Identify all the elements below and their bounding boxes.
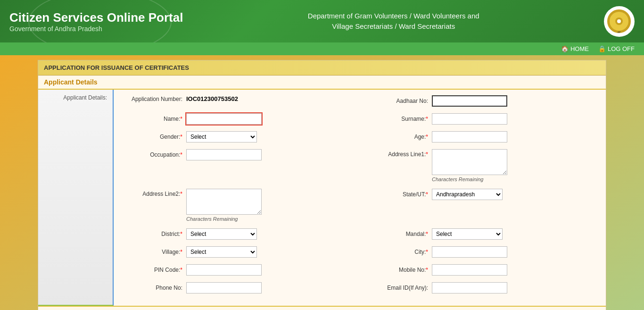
form-field-age: Age:*: [367, 131, 598, 142]
header-department: Department of Gram Volunteers / Ward Vol…: [308, 11, 479, 32]
home-link[interactable]: 🏠 HOME: [561, 45, 589, 52]
lock-icon: 🔒: [598, 45, 606, 52]
form-field-pin: PIN Code:*: [121, 264, 353, 276]
form-field-address2: Address Line2:* Characters Remaining: [121, 189, 353, 222]
surname-label: Surname:*: [367, 116, 428, 122]
logo-svg: AP: [606, 8, 632, 34]
district-label: District:*: [121, 231, 182, 237]
portal-title: Citizen Services Online Portal: [9, 10, 183, 25]
city-input[interactable]: [432, 246, 507, 258]
header-left: Citizen Services Online Portal Governmen…: [9, 10, 183, 33]
form-row-aadhaar: Aadhaar No:: [367, 95, 598, 107]
logoff-link[interactable]: 🔒 LOG OFF: [598, 45, 635, 52]
pin-input[interactable]: [186, 264, 262, 276]
col-village: Village:* Select: [121, 246, 353, 260]
aadhaar-label: Aadhaar No:: [367, 98, 428, 104]
surname-input[interactable]: [432, 113, 507, 125]
form-field-mobile: Mobile No:*: [367, 264, 598, 276]
form-row-phone: Phone No: Email ID(If Any):: [121, 282, 598, 296]
address1-container: Characters Remaining: [432, 149, 507, 182]
occupation-input[interactable]: [186, 149, 262, 160]
informant-section-header: Informant Details: [38, 306, 606, 310]
form-row-occupation: Occupation:* Address Line1:* Characters …: [121, 149, 598, 185]
applicant-sub-section: Applicant Details: Application Number: I…: [38, 90, 606, 306]
application-number-label: Application Number:: [121, 96, 182, 102]
pin-label: PIN Code:*: [121, 267, 182, 273]
name-label: Name:*: [121, 116, 182, 122]
age-input[interactable]: [432, 131, 507, 142]
col-email: Email ID(If Any):: [367, 282, 598, 296]
col-address1: Address Line1:* Characters Remaining: [367, 149, 598, 185]
form-row-pin: PIN Code:* Mobile No:*: [121, 264, 598, 278]
col-occupation: Occupation:*: [121, 149, 353, 185]
portal-subtitle: Government of Andhra Pradesh: [9, 25, 183, 33]
col-name: Name:*: [121, 113, 353, 127]
address1-textarea[interactable]: [432, 149, 507, 175]
form-row-gender: Gender:* Select Male Female Transgender …: [121, 131, 598, 145]
address2-label: Address Line2:*: [121, 189, 182, 197]
page-header: Citizen Services Online Portal Governmen…: [0, 0, 644, 42]
col-gender: Gender:* Select Male Female Transgender: [121, 131, 353, 145]
form-field-name: Name:*: [121, 113, 353, 125]
occupation-label: Occupation:*: [121, 151, 182, 158]
form-field-district: District:* Select: [121, 228, 353, 240]
logoff-label: LOG OFF: [608, 45, 635, 52]
form-field-state: State/UT:* Andhrapradesh Telangana Other: [367, 189, 598, 200]
mandal-select[interactable]: Select: [432, 228, 503, 240]
phone-label: Phone No:: [121, 285, 182, 291]
gender-label: Gender:*: [121, 134, 182, 140]
form-field-occupation: Occupation:*: [121, 149, 353, 160]
col-district: District:* Select: [121, 228, 353, 243]
village-select[interactable]: Select: [186, 246, 257, 258]
form-field-surname: Surname:*: [367, 113, 598, 125]
col-pin: PIN Code:*: [121, 264, 353, 278]
department-line2: Village Secretariats / Ward Secretariats: [308, 21, 479, 32]
address1-label: Address Line1:*: [367, 149, 428, 158]
form-row-name: Name:* Surname:*: [121, 113, 598, 127]
form-row-appnum: Application Number: IOC012300753502 Aadh…: [121, 95, 598, 109]
form-row-district: District:* Select Mandal:* Select: [121, 228, 598, 243]
applicant-form-area: Application Number: IOC012300753502 Aadh…: [114, 90, 606, 306]
home-label: HOME: [570, 45, 589, 52]
col-age: Age:*: [367, 131, 598, 145]
state-label: State/UT:*: [367, 191, 428, 198]
col-phone: Phone No:: [121, 282, 353, 296]
address2-container: Characters Remaining: [186, 189, 262, 222]
home-icon: 🏠: [561, 45, 569, 52]
phone-input[interactable]: [186, 282, 262, 293]
form-field-address1: Address Line1:* Characters Remaining: [367, 149, 598, 182]
navigation-bar: 🏠 HOME 🔒 LOG OFF: [0, 42, 644, 55]
svg-point-3: [617, 19, 621, 23]
svg-text:AP: AP: [618, 31, 621, 34]
gender-select[interactable]: Select Male Female Transgender: [186, 131, 257, 142]
name-input[interactable]: [186, 113, 262, 125]
col-appnum: Application Number: IOC012300753502: [121, 95, 353, 109]
form-field-phone: Phone No:: [121, 282, 353, 293]
address2-textarea[interactable]: [186, 189, 262, 215]
state-select[interactable]: Andhrapradesh Telangana Other: [432, 189, 503, 200]
address2-chars: Characters Remaining: [186, 216, 262, 222]
mobile-label: Mobile No:*: [367, 267, 428, 273]
form-field-email: Email ID(If Any):: [367, 282, 598, 293]
form-row-application-number: Application Number: IOC012300753502: [121, 95, 353, 102]
aadhaar-input[interactable]: [432, 95, 507, 107]
col-mobile: Mobile No:*: [367, 264, 598, 278]
state-logo: AP: [604, 6, 635, 37]
form-field-village: Village:* Select: [121, 246, 353, 258]
form-field-mandal: Mandal:* Select: [367, 228, 598, 240]
district-select[interactable]: Select: [186, 228, 257, 240]
mandal-label: Mandal:*: [367, 231, 428, 237]
col-aadhaar: Aadhaar No:: [367, 95, 598, 109]
department-line1: Department of Gram Volunteers / Ward Vol…: [308, 11, 479, 22]
form-row-village: Village:* Select City:*: [121, 246, 598, 260]
city-label: City:*: [367, 249, 428, 255]
col-state: State/UT:* Andhrapradesh Telangana Other: [367, 189, 598, 225]
col-address2: Address Line2:* Characters Remaining: [121, 189, 353, 225]
email-input[interactable]: [432, 282, 507, 293]
mobile-input[interactable]: [432, 264, 507, 276]
village-label: Village:*: [121, 249, 182, 255]
col-surname: Surname:*: [367, 113, 598, 127]
application-number-value: IOC012300753502: [186, 95, 238, 102]
form-field-city: City:*: [367, 246, 598, 258]
applicant-sub-label: Applicant Details:: [38, 90, 114, 306]
